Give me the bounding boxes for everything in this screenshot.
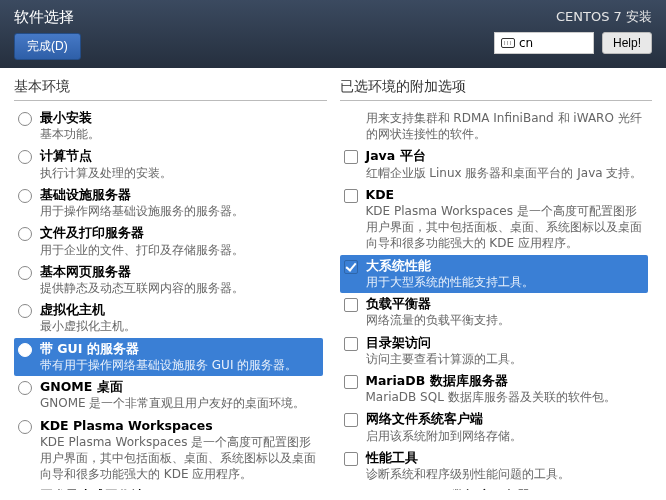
- item-desc: 诊断系统和程序级别性能问题的工具。: [366, 466, 645, 482]
- checkbox-icon[interactable]: [344, 337, 358, 351]
- install-title: CENTOS 7 安装: [494, 8, 652, 26]
- base-env-item[interactable]: 基础设施服务器用于操作网络基础设施服务的服务器。: [14, 184, 323, 222]
- checkbox-icon[interactable]: [344, 375, 358, 389]
- body: 基本环境 最小安装基本功能。计算节点执行计算及处理的安装。基础设施服务器用于操作…: [0, 68, 666, 500]
- item-desc: 访问主要查看计算源的工具。: [366, 351, 645, 367]
- base-env-item[interactable]: 基本网页服务器提供静态及动态互联网内容的服务器。: [14, 261, 323, 299]
- radio-icon[interactable]: [18, 304, 32, 318]
- item-desc: MariaDB SQL 数据库服务器及关联的软件包。: [366, 389, 645, 405]
- checkbox-icon[interactable]: [344, 189, 358, 203]
- item-desc: 提供静态及动态互联网内容的服务器。: [40, 280, 319, 296]
- base-env-heading: 基本环境: [14, 78, 327, 101]
- addons-list[interactable]: 用来支持集群和 RDMA InfiniBand 和 iWARO 光纤的网状连接性…: [340, 107, 653, 490]
- addon-item[interactable]: 大系统性能用于大型系统的性能支持工具。: [340, 255, 649, 293]
- item-name: 负载平衡器: [366, 296, 645, 312]
- item-name: 性能工具: [366, 450, 645, 466]
- item-name: 网络文件系统客户端: [366, 411, 645, 427]
- base-env-item[interactable]: 文件及打印服务器用于企业的文件、打印及存储服务器。: [14, 222, 323, 260]
- item-desc: 执行计算及处理的安装。: [40, 165, 319, 181]
- help-button[interactable]: Help!: [602, 32, 652, 54]
- item-name: 目录架访问: [366, 335, 645, 351]
- keyboard-layout-selector[interactable]: cn: [494, 32, 594, 54]
- addon-item[interactable]: 目录架访问访问主要查看计算源的工具。: [340, 332, 649, 370]
- item-desc: KDE Plasma Workspaces 是一个高度可配置图形用户界面，其中包…: [366, 203, 645, 252]
- item-desc: 用于操作网络基础设施服务的服务器。: [40, 203, 319, 219]
- base-env-item[interactable]: 开发及生成工作站用于软件、硬件、图形或者内容开发的工作站。: [14, 485, 323, 490]
- base-env-item[interactable]: GNOME 桌面GNOME 是一个非常直观且用户友好的桌面环境。: [14, 376, 323, 414]
- item-name: Java 平台: [366, 148, 645, 164]
- base-env-list[interactable]: 最小安装基本功能。计算节点执行计算及处理的安装。基础设施服务器用于操作网络基础设…: [14, 107, 327, 490]
- keyboard-icon: [501, 38, 515, 48]
- item-name: 虚拟化主机: [40, 302, 319, 318]
- item-desc: 最小虚拟化主机。: [40, 318, 319, 334]
- item-desc: 带有用于操作网络基础设施服务 GUI 的服务器。: [40, 357, 319, 373]
- keyboard-layout-code: cn: [519, 36, 533, 50]
- item-name: KDE Plasma Workspaces: [40, 418, 319, 434]
- header: 软件选择 完成(D) CENTOS 7 安装 cn Help!: [0, 0, 666, 68]
- base-env-item[interactable]: KDE Plasma WorkspacesKDE Plasma Workspac…: [14, 415, 323, 486]
- radio-icon[interactable]: [18, 150, 32, 164]
- radio-icon[interactable]: [18, 112, 32, 126]
- addons-heading: 已选环境的附加选项: [340, 78, 653, 101]
- item-name: 开发及生成工作站: [40, 488, 319, 490]
- header-right: CENTOS 7 安装 cn Help!: [494, 8, 652, 54]
- base-env-item[interactable]: 计算节点执行计算及处理的安装。: [14, 145, 323, 183]
- checkbox-icon[interactable]: [344, 150, 358, 164]
- item-name: 大系统性能: [366, 258, 645, 274]
- done-button[interactable]: 完成(D): [14, 33, 81, 60]
- addon-item[interactable]: 网络文件系统客户端启用该系统附加到网络存储。: [340, 408, 649, 446]
- base-env-item[interactable]: 最小安装基本功能。: [14, 107, 323, 145]
- item-desc: 用于大型系统的性能支持工具。: [366, 274, 645, 290]
- addon-item[interactable]: Java 平台红帽企业版 Linux 服务器和桌面平台的 Java 支持。: [340, 145, 649, 183]
- checkbox-icon[interactable]: [344, 298, 358, 312]
- item-desc: 基本功能。: [40, 126, 319, 142]
- item-name: 计算节点: [40, 148, 319, 164]
- item-name: KDE: [366, 187, 645, 203]
- item-desc: GNOME 是一个非常直观且用户友好的桌面环境。: [40, 395, 319, 411]
- item-desc: 用于企业的文件、打印及存储服务器。: [40, 242, 319, 258]
- addon-item[interactable]: MariaDB 数据库服务器MariaDB SQL 数据库服务器及关联的软件包。: [340, 370, 649, 408]
- item-name: 带 GUI 的服务器: [40, 341, 319, 357]
- checkbox-icon[interactable]: [344, 452, 358, 466]
- addon-item[interactable]: PostgreSQL 数据库服务器PostgreSQL SQL 数据库服务器以及…: [340, 485, 649, 490]
- addon-item[interactable]: 负载平衡器网络流量的负载平衡支持。: [340, 293, 649, 331]
- addons-column: 已选环境的附加选项 用来支持集群和 RDMA InfiniBand 和 iWAR…: [333, 68, 667, 500]
- radio-icon[interactable]: [18, 381, 32, 395]
- radio-icon[interactable]: [18, 266, 32, 280]
- addon-item[interactable]: 性能工具诊断系统和程序级别性能问题的工具。: [340, 447, 649, 485]
- item-name: MariaDB 数据库服务器: [366, 373, 645, 389]
- item-name: 最小安装: [40, 110, 319, 126]
- item-desc: 网络流量的负载平衡支持。: [366, 312, 645, 328]
- checkbox-icon[interactable]: [344, 260, 358, 274]
- item-name: 基础设施服务器: [40, 187, 319, 203]
- item-name: 基本网页服务器: [40, 264, 319, 280]
- radio-icon[interactable]: [18, 343, 32, 357]
- checkbox-icon[interactable]: [344, 413, 358, 427]
- addon-item-fragment: 用来支持集群和 RDMA InfiniBand 和 iWARO 光纤的网状连接性…: [340, 107, 649, 145]
- item-desc: 用来支持集群和 RDMA InfiniBand 和 iWARO 光纤的网状连接性…: [366, 110, 645, 142]
- item-desc: KDE Plasma Workspaces 是一个高度可配置图形用户界面，其中包…: [40, 434, 319, 483]
- item-desc: 启用该系统附加到网络存储。: [366, 428, 645, 444]
- item-desc: 红帽企业版 Linux 服务器和桌面平台的 Java 支持。: [366, 165, 645, 181]
- addon-item[interactable]: KDEKDE Plasma Workspaces 是一个高度可配置图形用户界面，…: [340, 184, 649, 255]
- item-name: GNOME 桌面: [40, 379, 319, 395]
- item-name: 文件及打印服务器: [40, 225, 319, 241]
- base-env-column: 基本环境 最小安装基本功能。计算节点执行计算及处理的安装。基础设施服务器用于操作…: [0, 68, 333, 500]
- base-env-item[interactable]: 带 GUI 的服务器带有用于操作网络基础设施服务 GUI 的服务器。: [14, 338, 323, 376]
- radio-icon[interactable]: [18, 420, 32, 434]
- item-name: PostgreSQL 数据库服务器: [366, 488, 645, 490]
- radio-icon[interactable]: [18, 189, 32, 203]
- base-env-item[interactable]: 虚拟化主机最小虚拟化主机。: [14, 299, 323, 337]
- radio-icon[interactable]: [18, 227, 32, 241]
